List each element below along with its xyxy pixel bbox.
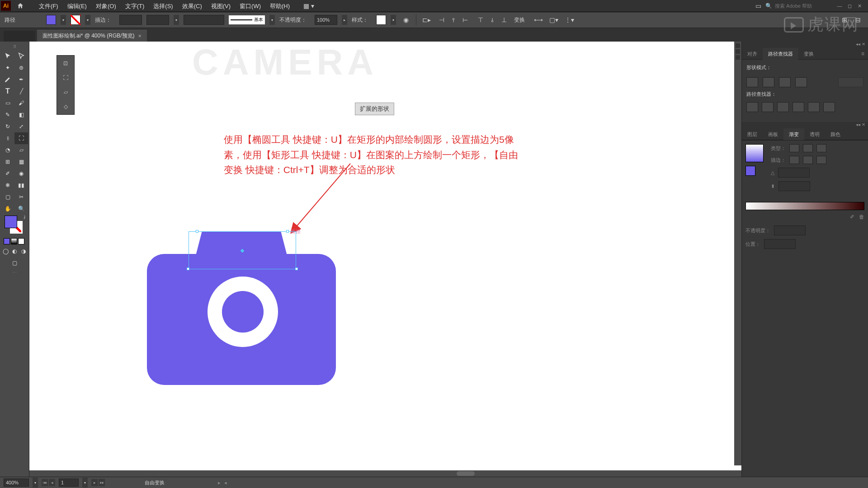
exclude-button[interactable] [795,77,807,87]
shaper-tool[interactable]: ✎ [1,109,14,121]
align-icon[interactable]: ⊏▸ [421,14,432,25]
lasso-tool[interactable]: ⊚ [14,62,28,74]
style-swatch[interactable] [376,15,386,25]
grad-position-input[interactable] [764,239,796,249]
home-icon[interactable] [15,1,25,11]
close-button[interactable]: ✕ [855,3,863,9]
outline-button[interactable] [808,102,820,112]
status-back-icon[interactable]: ◂ [224,480,227,486]
pen-tool[interactable] [1,74,14,85]
aspect-input[interactable] [778,181,810,191]
gradient-fill-sw[interactable] [745,166,755,176]
menu-object[interactable]: 对象(O) [91,0,121,12]
intersect-button[interactable] [779,77,791,87]
brush-input[interactable] [184,15,224,25]
sel-handle-br[interactable] [295,267,298,270]
crop-button[interactable] [793,102,804,112]
hscrollbar-thumb[interactable] [457,471,475,476]
first-artboard[interactable]: ⏮ [42,479,48,486]
width-tool[interactable]: ⫴ [1,132,14,144]
more-icon[interactable]: ⋮▾ [564,14,575,25]
panel-expand-icon[interactable]: ⊟ [853,14,863,25]
sel-handle-tr[interactable] [286,230,289,233]
profile-dd[interactable]: ▾ [269,15,275,25]
sel-handle-bl[interactable] [187,267,189,270]
last-artboard[interactable]: ⏭ [99,479,105,486]
close-tab-icon[interactable]: × [138,33,142,39]
artboards-tab[interactable]: 画板 [763,128,783,140]
stroke-var-dd[interactable]: ▾ [174,15,179,25]
hand-tool[interactable]: ✋ [1,203,14,215]
mini-tab[interactable] [4,31,35,42]
freeform-gradient-button[interactable] [816,144,826,152]
free-transform-tool[interactable]: ⛶ [14,132,28,144]
perspective-tool[interactable]: ▱ [14,144,28,156]
float-distort-icon[interactable]: ◇ [59,101,72,113]
collapsed-panel-icon[interactable] [736,55,740,60]
eyedropper-tool[interactable]: ✐ [1,168,14,179]
mesh-tool[interactable]: ⊞ [1,156,14,168]
magic-wand-tool[interactable]: ✦ [1,62,14,74]
fill-color[interactable] [5,216,17,228]
pathfinder-tab[interactable]: 路径查找器 [763,48,798,60]
align-vcenter-icon[interactable]: ⫰ [487,14,498,25]
canvas[interactable]: CAMERA 扩展的形状 使用【椭圆工具 快捷键：U】在矩形的内部绘制圆形，设置… [29,42,741,477]
toolbar-grip[interactable]: ⠿ [1,43,28,50]
linear-gradient-button[interactable] [789,144,799,152]
color-tab[interactable]: 颜色 [825,128,846,140]
hscrollbar[interactable] [29,470,741,477]
unite-button[interactable] [746,77,758,87]
panel-strip-header[interactable]: ◂◂ ✕ [742,42,868,48]
radial-gradient-button[interactable] [803,144,813,152]
rectangle-tool[interactable]: ▭ [1,97,14,109]
scale-tool[interactable]: ⤢ [14,121,28,132]
align-tab[interactable]: 对齐 [742,48,763,60]
search-input[interactable] [775,3,825,9]
zoom-dd[interactable]: ▾ [33,478,38,488]
align-bottom-icon[interactable]: ⊥ [499,14,509,25]
collapsed-panel-icon[interactable] [736,43,740,48]
minimize-button[interactable]: — [835,3,844,9]
document-tab[interactable]: 面性图标绘制.ai* @ 400% (RGB/预览) × [37,30,147,42]
minus-back-button[interactable] [823,102,835,112]
symbol-tool[interactable]: ❋ [1,179,14,191]
gradient-slider[interactable] [745,202,864,210]
selection-tool[interactable] [1,50,14,62]
curvature-tool[interactable]: ✒ [14,74,28,85]
minus-front-button[interactable] [763,77,774,87]
angle-input[interactable] [778,168,810,178]
stroke-profile[interactable]: 基本 [229,15,265,24]
grad-opacity-input[interactable] [774,225,806,235]
menu-file[interactable]: 文件(F) [34,0,63,12]
solid-mode[interactable] [4,238,10,244]
menu-help[interactable]: 帮助(H) [265,0,294,12]
fill-swatch[interactable] [46,15,56,25]
rotate-tool[interactable]: ↻ [1,121,14,132]
header-search[interactable]: 🔍 [765,3,825,9]
line-tool[interactable]: ╱ [14,85,28,97]
status-play-icon[interactable]: ▸ [218,480,221,486]
transform-label[interactable]: 变换 [514,16,525,24]
isolate-icon[interactable]: ⟷ [533,14,544,25]
align-top-icon[interactable]: ⊤ [475,14,486,25]
align-hcenter-icon[interactable]: ⫯ [448,14,459,25]
draw-normal[interactable]: ◯ [1,245,10,257]
swap-colors-icon[interactable]: ⤸ [23,215,26,220]
draw-inside[interactable]: ◑ [19,245,28,257]
shape-icon[interactable]: ▢▾ [548,14,559,25]
opacity-input[interactable] [315,15,337,25]
graph-tool[interactable]: ▮▮ [14,179,28,191]
prev-artboard[interactable]: ◂ [49,479,55,486]
menu-view[interactable]: 视图(V) [207,0,235,12]
stroke-swatch[interactable] [71,15,80,25]
gradient-preview[interactable] [745,144,764,162]
fill-dropdown[interactable]: ▾ [61,15,66,25]
float-free-icon[interactable]: ⛶ [59,72,72,84]
stroke-weight-input[interactable] [119,15,142,25]
zoom-tool[interactable]: 🔍 [14,203,28,215]
opacity-dd[interactable]: ▸ [342,15,347,25]
stroke-grad-3[interactable] [816,156,826,164]
delete-stop-icon[interactable]: 🗑 [859,214,864,220]
float-constrain-icon[interactable]: ⊡ [59,57,72,69]
stroke-grad-1[interactable] [789,156,799,164]
